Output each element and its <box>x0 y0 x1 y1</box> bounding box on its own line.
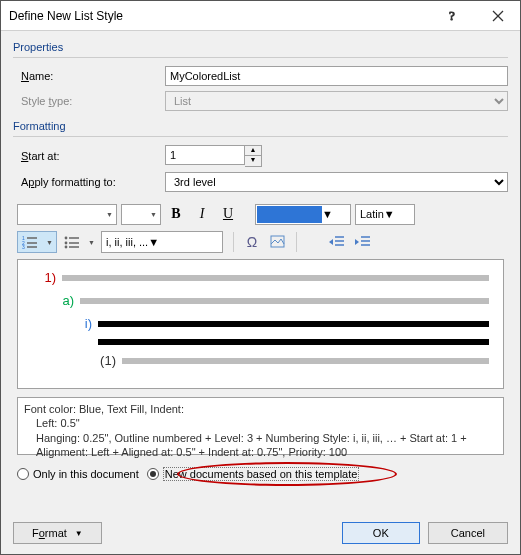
chevron-down-icon: ▼ <box>148 236 159 248</box>
new-docs-label: New documents based on this template <box>163 467 360 481</box>
close-icon <box>492 10 504 22</box>
desc-line-3: Hanging: 0.25", Outline numbered + Level… <box>24 431 497 460</box>
numbered-list-button[interactable]: 1 2 3 ▼ <box>17 231 57 253</box>
svg-marker-23 <box>355 239 359 245</box>
number-format-value: i, ii, iii, ... <box>106 236 148 248</box>
symbol-button[interactable]: Ω <box>240 231 264 253</box>
preview-level-4: (1) <box>32 353 122 368</box>
start-at-input[interactable] <box>165 145 245 165</box>
help-icon: ? <box>446 9 460 23</box>
titlebar: Define New List Style ? <box>1 1 520 31</box>
style-type-label: Style type: <box>13 95 165 107</box>
style-type-select: List <box>165 91 508 111</box>
desc-line-1: Font color: Blue, Text Fill, Indent: <box>24 402 497 416</box>
bullet-list-icon <box>64 235 80 249</box>
script-value: Latin <box>360 208 384 220</box>
color-swatch <box>257 206 322 223</box>
number-format-select[interactable]: i, ii, iii, ... ▼ <box>101 231 223 253</box>
dialog-window: Define New List Style ? Properties Name:… <box>0 0 521 555</box>
picture-icon <box>270 235 286 249</box>
insert-picture-button[interactable] <box>266 231 290 253</box>
svg-point-9 <box>65 237 68 240</box>
only-this-doc-label: Only in this document <box>33 468 139 480</box>
font-size-select[interactable]: ▼ <box>121 204 161 225</box>
radio-icon <box>17 468 29 480</box>
preview-level-3: i) <box>32 316 98 331</box>
increase-indent-icon <box>355 235 371 249</box>
svg-point-11 <box>65 242 68 245</box>
svg-point-13 <box>65 246 68 249</box>
chevron-down-icon: ▼ <box>384 208 395 220</box>
preview-pane: 1) a) i) (1) <box>17 259 504 389</box>
numbered-list-icon: 1 2 3 <box>22 235 38 249</box>
start-at-label: Start at: <box>13 150 165 162</box>
svg-text:?: ? <box>449 9 455 23</box>
svg-marker-19 <box>329 239 333 245</box>
bold-button[interactable]: B <box>165 203 187 225</box>
script-select[interactable]: Latin ▼ <box>355 204 415 225</box>
apply-to-select[interactable]: 3rd level <box>165 172 508 192</box>
decrease-indent-icon <box>329 235 345 249</box>
help-button[interactable]: ? <box>430 1 475 31</box>
italic-button[interactable]: I <box>191 203 213 225</box>
chevron-down-icon: ▼ <box>150 211 157 218</box>
preview-level-2: a) <box>32 293 80 308</box>
chevron-down-icon: ▼ <box>106 211 113 218</box>
start-at-down[interactable]: ▼ <box>245 156 261 166</box>
chevron-down-icon: ▼ <box>322 208 333 220</box>
underline-button[interactable]: U <box>217 203 239 225</box>
name-input[interactable] <box>165 66 508 86</box>
cancel-button[interactable]: Cancel <box>428 522 508 544</box>
close-button[interactable] <box>475 1 520 31</box>
style-description: Font color: Blue, Text Fill, Indent: Lef… <box>17 397 504 455</box>
ok-button[interactable]: OK <box>342 522 420 544</box>
preview-level-1: 1) <box>32 270 62 285</box>
window-title: Define New List Style <box>9 9 430 23</box>
properties-heading: Properties <box>13 41 508 53</box>
font-select[interactable]: ▼ <box>17 204 117 225</box>
radio-icon <box>147 468 159 480</box>
svg-text:3: 3 <box>22 244 25 249</box>
decrease-indent-button[interactable] <box>325 231 349 253</box>
chevron-down-icon: ▼ <box>46 239 53 246</box>
new-docs-radio[interactable]: New documents based on this template <box>147 467 360 481</box>
desc-line-2: Left: 0.5" <box>24 416 497 430</box>
start-at-up[interactable]: ▲ <box>245 146 261 156</box>
chevron-down-icon: ▼ <box>88 239 95 246</box>
format-button[interactable]: Format ▼ <box>13 522 102 544</box>
increase-indent-button[interactable] <box>351 231 375 253</box>
chevron-down-icon: ▼ <box>75 529 83 538</box>
only-this-doc-radio[interactable]: Only in this document <box>17 468 139 480</box>
apply-to-label: Apply formatting to: <box>13 176 165 188</box>
name-label: Name: <box>13 70 165 82</box>
font-color-select[interactable]: ▼ <box>255 204 351 225</box>
formatting-heading: Formatting <box>13 120 508 132</box>
bullet-list-button[interactable]: ▼ <box>59 231 99 253</box>
